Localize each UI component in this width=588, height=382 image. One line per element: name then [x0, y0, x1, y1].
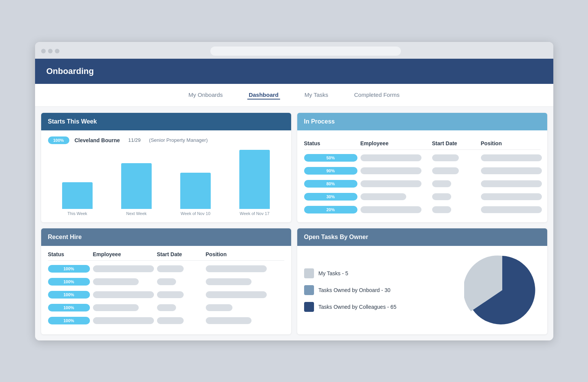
ip-date-5 [432, 206, 451, 213]
rh-status-1: 100% [48, 265, 90, 273]
ip-position-5 [481, 206, 542, 213]
rh-col-status: Status [48, 251, 90, 257]
rh-col-start-date: Start Date [157, 251, 203, 257]
rh-employee-4 [93, 304, 139, 311]
ip-date-2 [432, 167, 459, 174]
rh-row-1: 100% [48, 262, 284, 275]
ip-employee-3 [360, 180, 421, 187]
open-tasks-header: Open Tasks By Owner [297, 228, 547, 246]
tab-my-onboards[interactable]: My Onboards [187, 91, 224, 100]
address-bar[interactable] [210, 47, 401, 56]
card-recent-hire: Recent Hire Status Employeee Start Date … [41, 228, 291, 334]
ip-position-2 [481, 167, 542, 174]
tab-completed-forms[interactable]: Completed Forms [352, 91, 401, 100]
ip-position-4 [481, 193, 542, 200]
bar-group-this-week: This Week [52, 182, 103, 216]
rh-status-3: 100% [48, 291, 90, 299]
ip-date-4 [432, 193, 451, 200]
dot-red [41, 49, 46, 53]
ip-status-4: 30% [304, 193, 357, 201]
app-body: My Onboards Dashboard My Tasks Completed… [35, 84, 553, 340]
rh-row-2: 100% [48, 275, 284, 288]
ip-status-2: 90% [304, 167, 357, 175]
browser-chrome [35, 42, 553, 59]
bar-group-nov17: Week of Nov 17 [229, 150, 280, 216]
recent-hire-header: Recent Hire [41, 228, 291, 246]
bar-next-week [121, 163, 152, 209]
swatch-onboard-tasks [304, 285, 314, 295]
in-process-row-4: 30% [304, 190, 540, 203]
bar-group-nov10: Week of Nov 10 [170, 173, 221, 216]
rh-position-4 [206, 304, 232, 311]
rh-date-5 [157, 317, 184, 324]
recent-hire-body: Status Employeee Start Date Position 100… [41, 246, 291, 332]
ip-employee-2 [360, 167, 421, 174]
bar-chart: This Week Next Week Week of Nov 10 [48, 151, 284, 216]
bar-label-nov17: Week of Nov 17 [240, 211, 269, 216]
tab-dashboard[interactable]: Dashboard [247, 91, 280, 100]
legend-my-tasks-label: My Tasks - 5 [319, 270, 348, 276]
rh-employee-3 [93, 291, 154, 298]
bar-label-nov10: Week of Nov 10 [181, 211, 210, 216]
in-process-row-2: 90% [304, 164, 540, 177]
col-start-date: Start Date [432, 140, 478, 146]
starts-this-week-header: Starts This Week [41, 113, 291, 130]
rh-date-1 [157, 265, 184, 272]
rh-table-header: Status Employeee Start Date Position [48, 251, 284, 261]
in-process-row-1: 50% [304, 151, 540, 164]
ip-employee-1 [360, 154, 421, 161]
browser-window: Onboarding My Onboards Dashboard My Task… [35, 42, 553, 340]
rh-date-3 [157, 291, 184, 298]
in-process-header: In Process [297, 113, 547, 130]
ip-status-3: 80% [304, 180, 357, 188]
col-status: Status [304, 140, 357, 146]
ip-status-5: 20% [304, 206, 357, 213]
rh-row-5: 100% [48, 314, 284, 327]
rh-col-employee: Employeee [93, 251, 154, 257]
employee-progress: 100% [48, 136, 69, 144]
rh-date-2 [157, 278, 176, 285]
app-title: Onboarding [46, 66, 94, 76]
in-process-row-3: 80% [304, 177, 540, 190]
bar-label-next-week: Next Week [126, 211, 147, 216]
nav-tabs: My Onboards Dashboard My Tasks Completed… [35, 84, 553, 107]
ip-position-3 [481, 180, 542, 187]
rh-employee-5 [93, 317, 154, 324]
bar-this-week [62, 182, 93, 209]
ip-date-1 [432, 154, 459, 161]
tasks-legend: My Tasks - 5 Tasks Owned by Onboard - 30… [304, 268, 455, 312]
ip-date-3 [432, 180, 451, 187]
open-tasks-body: My Tasks - 5 Tasks Owned by Onboard - 30… [297, 246, 547, 334]
in-process-body: Status Employeee Start Date Position 50% [297, 130, 547, 222]
in-process-table-header: Status Employeee Start Date Position [304, 136, 540, 150]
rh-position-2 [206, 278, 252, 285]
in-process-row-5: 20% [304, 203, 540, 216]
ip-employee-5 [360, 206, 421, 213]
starts-this-week-body: 100% Cleveland Bourne 11/29 (Senior Prop… [41, 130, 291, 222]
card-in-process: In Process Status Employeee Start Date P… [297, 113, 547, 222]
dashboard: Starts This Week 100% Cleveland Bourne 1… [35, 107, 553, 340]
pie-svg [464, 252, 540, 328]
tab-my-tasks[interactable]: My Tasks [303, 91, 330, 100]
swatch-colleague-tasks [304, 302, 314, 312]
rh-col-position: Position [206, 251, 267, 257]
rh-row-3: 100% [48, 288, 284, 301]
employee-role: (Senior Property Manager) [149, 137, 208, 143]
rh-position-5 [206, 317, 252, 324]
ip-position-1 [481, 154, 542, 161]
rh-row-4: 100% [48, 301, 284, 314]
app-header: Onboarding [35, 59, 553, 84]
legend-onboard-tasks-label: Tasks Owned by Onboard - 30 [319, 287, 391, 293]
bar-label-this-week: This Week [67, 211, 87, 216]
bar-group-next-week: Next Week [111, 163, 162, 216]
employee-name: Cleveland Bourne [75, 137, 120, 143]
rh-position-1 [206, 265, 267, 272]
col-position: Position [481, 140, 547, 146]
ip-employee-4 [360, 193, 406, 200]
rh-date-4 [157, 304, 176, 311]
ip-status-1: 50% [304, 154, 357, 162]
dot-yellow [48, 49, 53, 53]
dot-green [55, 49, 59, 53]
legend-my-tasks: My Tasks - 5 [304, 268, 455, 278]
swatch-my-tasks [304, 268, 314, 278]
